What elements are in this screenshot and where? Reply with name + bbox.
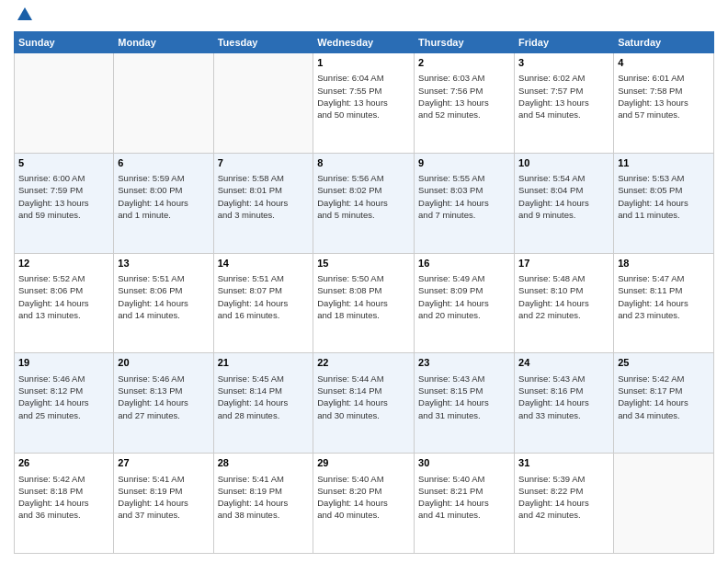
day-info: Sunrise: 5:49 AM Sunset: 8:09 PM Dayligh…: [418, 272, 510, 321]
calendar-cell: 26Sunrise: 5:42 AM Sunset: 8:18 PM Dayli…: [15, 454, 114, 554]
day-info: Sunrise: 5:51 AM Sunset: 8:06 PM Dayligh…: [118, 272, 209, 321]
day-info: Sunrise: 5:42 AM Sunset: 8:18 PM Dayligh…: [18, 473, 109, 522]
day-info: Sunrise: 5:51 AM Sunset: 8:07 PM Dayligh…: [218, 272, 310, 321]
day-info: Sunrise: 5:46 AM Sunset: 8:13 PM Dayligh…: [118, 373, 209, 421]
day-info: Sunrise: 5:52 AM Sunset: 8:06 PM Dayligh…: [18, 272, 109, 321]
day-number: 22: [317, 356, 410, 370]
calendar-cell: 10Sunrise: 5:54 AM Sunset: 8:04 PM Dayli…: [515, 153, 614, 253]
day-info: Sunrise: 6:03 AM Sunset: 7:56 PM Dayligh…: [418, 72, 510, 121]
day-info: Sunrise: 5:59 AM Sunset: 8:00 PM Dayligh…: [118, 172, 209, 221]
svg-marker-0: [17, 7, 32, 20]
col-header-thursday: Thursday: [415, 32, 515, 53]
calendar-cell: 30Sunrise: 5:40 AM Sunset: 8:21 PM Dayli…: [415, 454, 515, 554]
day-number: 12: [18, 257, 109, 270]
col-header-saturday: Saturday: [614, 32, 714, 53]
day-info: Sunrise: 6:00 AM Sunset: 7:59 PM Dayligh…: [18, 172, 109, 221]
day-info: Sunrise: 6:04 AM Sunset: 7:55 PM Dayligh…: [317, 72, 410, 121]
header: [14, 9, 714, 24]
day-info: Sunrise: 6:01 AM Sunset: 7:58 PM Dayligh…: [618, 72, 710, 121]
calendar-week-4: 19Sunrise: 5:46 AM Sunset: 8:12 PM Dayli…: [15, 353, 714, 454]
calendar-cell: 16Sunrise: 5:49 AM Sunset: 8:09 PM Dayli…: [415, 253, 515, 353]
calendar-cell: 19Sunrise: 5:46 AM Sunset: 8:12 PM Dayli…: [15, 353, 114, 454]
calendar-cell: [614, 454, 714, 554]
day-number: 20: [118, 356, 209, 370]
page: SundayMondayTuesdayWednesdayThursdayFrid…: [0, 0, 728, 563]
day-info: Sunrise: 5:45 AM Sunset: 8:14 PM Dayligh…: [218, 373, 310, 421]
day-number: 11: [618, 156, 710, 170]
calendar-cell: 25Sunrise: 5:42 AM Sunset: 8:17 PM Dayli…: [614, 353, 714, 454]
day-info: Sunrise: 5:55 AM Sunset: 8:03 PM Dayligh…: [418, 172, 510, 221]
day-number: 19: [18, 356, 109, 370]
col-header-monday: Monday: [114, 32, 213, 53]
day-number: 4: [618, 56, 710, 70]
day-info: Sunrise: 5:44 AM Sunset: 8:14 PM Dayligh…: [317, 373, 410, 421]
col-header-friday: Friday: [515, 32, 614, 53]
calendar-cell: 14Sunrise: 5:51 AM Sunset: 8:07 PM Dayli…: [213, 253, 313, 353]
calendar-cell: 12Sunrise: 5:52 AM Sunset: 8:06 PM Dayli…: [15, 253, 114, 353]
day-number: 1: [317, 56, 410, 70]
day-info: Sunrise: 5:46 AM Sunset: 8:12 PM Dayligh…: [18, 373, 109, 421]
calendar-cell: [213, 53, 313, 154]
day-info: Sunrise: 5:54 AM Sunset: 8:04 PM Dayligh…: [518, 172, 609, 221]
day-info: Sunrise: 5:39 AM Sunset: 8:22 PM Dayligh…: [518, 473, 609, 522]
day-number: 26: [18, 456, 109, 470]
calendar-cell: 17Sunrise: 5:48 AM Sunset: 8:10 PM Dayli…: [515, 253, 614, 353]
calendar-week-3: 12Sunrise: 5:52 AM Sunset: 8:06 PM Dayli…: [15, 253, 714, 353]
day-info: Sunrise: 5:47 AM Sunset: 8:11 PM Dayligh…: [618, 272, 710, 321]
calendar-cell: 15Sunrise: 5:50 AM Sunset: 8:08 PM Dayli…: [313, 253, 415, 353]
col-header-tuesday: Tuesday: [213, 32, 313, 53]
day-number: 29: [317, 456, 410, 470]
day-number: 31: [518, 456, 609, 470]
day-number: 25: [618, 356, 710, 370]
day-number: 13: [118, 257, 209, 270]
logo-icon: [16, 6, 34, 24]
day-info: Sunrise: 5:41 AM Sunset: 8:19 PM Dayligh…: [118, 473, 209, 522]
day-number: 8: [317, 156, 410, 170]
calendar-cell: 11Sunrise: 5:53 AM Sunset: 8:05 PM Dayli…: [614, 153, 714, 253]
day-info: Sunrise: 5:50 AM Sunset: 8:08 PM Dayligh…: [317, 272, 410, 321]
day-number: 17: [518, 257, 609, 270]
day-info: Sunrise: 5:40 AM Sunset: 8:21 PM Dayligh…: [418, 473, 510, 522]
calendar-cell: 7Sunrise: 5:58 AM Sunset: 8:01 PM Daylig…: [213, 153, 313, 253]
day-number: 23: [418, 356, 510, 370]
calendar-week-1: 1Sunrise: 6:04 AM Sunset: 7:55 PM Daylig…: [15, 53, 714, 154]
calendar-cell: 9Sunrise: 5:55 AM Sunset: 8:03 PM Daylig…: [415, 153, 515, 253]
day-number: 30: [418, 456, 510, 470]
calendar-cell: 29Sunrise: 5:40 AM Sunset: 8:20 PM Dayli…: [313, 454, 415, 554]
calendar-week-2: 5Sunrise: 6:00 AM Sunset: 7:59 PM Daylig…: [15, 153, 714, 253]
day-number: 27: [118, 456, 209, 470]
calendar-table: SundayMondayTuesdayWednesdayThursdayFrid…: [14, 31, 714, 554]
calendar-cell: [15, 53, 114, 154]
day-number: 6: [118, 156, 209, 170]
day-number: 5: [18, 156, 109, 170]
calendar-cell: 20Sunrise: 5:46 AM Sunset: 8:13 PM Dayli…: [114, 353, 213, 454]
calendar-cell: 31Sunrise: 5:39 AM Sunset: 8:22 PM Dayli…: [515, 454, 614, 554]
col-header-wednesday: Wednesday: [313, 32, 415, 53]
day-number: 10: [518, 156, 609, 170]
calendar-cell: 1Sunrise: 6:04 AM Sunset: 7:55 PM Daylig…: [313, 53, 415, 154]
day-number: 2: [418, 56, 510, 70]
calendar-cell: 22Sunrise: 5:44 AM Sunset: 8:14 PM Dayli…: [313, 353, 415, 454]
day-info: Sunrise: 6:02 AM Sunset: 7:57 PM Dayligh…: [518, 72, 609, 121]
calendar-cell: 4Sunrise: 6:01 AM Sunset: 7:58 PM Daylig…: [614, 53, 714, 154]
day-info: Sunrise: 5:40 AM Sunset: 8:20 PM Dayligh…: [317, 473, 410, 522]
day-number: 24: [518, 356, 609, 370]
calendar-cell: 3Sunrise: 6:02 AM Sunset: 7:57 PM Daylig…: [515, 53, 614, 154]
calendar-cell: 13Sunrise: 5:51 AM Sunset: 8:06 PM Dayli…: [114, 253, 213, 353]
calendar-cell: 24Sunrise: 5:43 AM Sunset: 8:16 PM Dayli…: [515, 353, 614, 454]
day-info: Sunrise: 5:43 AM Sunset: 8:15 PM Dayligh…: [418, 373, 510, 421]
calendar-cell: 6Sunrise: 5:59 AM Sunset: 8:00 PM Daylig…: [114, 153, 213, 253]
day-info: Sunrise: 5:53 AM Sunset: 8:05 PM Dayligh…: [618, 172, 710, 221]
day-info: Sunrise: 5:56 AM Sunset: 8:02 PM Dayligh…: [317, 172, 410, 221]
calendar-cell: 18Sunrise: 5:47 AM Sunset: 8:11 PM Dayli…: [614, 253, 714, 353]
calendar-cell: 23Sunrise: 5:43 AM Sunset: 8:15 PM Dayli…: [415, 353, 515, 454]
calendar-header-row: SundayMondayTuesdayWednesdayThursdayFrid…: [15, 32, 714, 53]
day-info: Sunrise: 5:48 AM Sunset: 8:10 PM Dayligh…: [518, 272, 609, 321]
col-header-sunday: Sunday: [15, 32, 114, 53]
day-number: 7: [218, 156, 310, 170]
calendar-cell: 8Sunrise: 5:56 AM Sunset: 8:02 PM Daylig…: [313, 153, 415, 253]
day-info: Sunrise: 5:42 AM Sunset: 8:17 PM Dayligh…: [618, 373, 710, 421]
day-number: 9: [418, 156, 510, 170]
day-number: 21: [218, 356, 310, 370]
calendar-cell: 21Sunrise: 5:45 AM Sunset: 8:14 PM Dayli…: [213, 353, 313, 454]
